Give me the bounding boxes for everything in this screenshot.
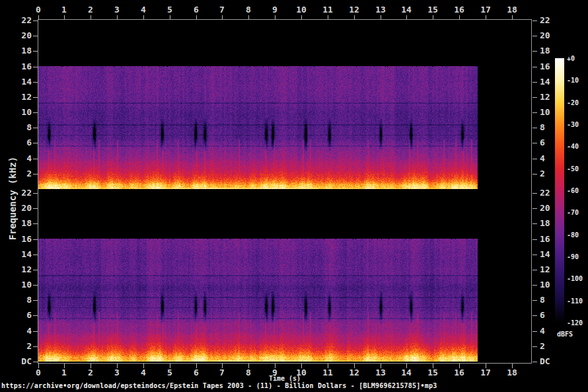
freq-tick: [33, 239, 38, 240]
time-tick-label: 5: [167, 368, 172, 377]
freq-tick: [33, 270, 38, 270]
time-tick-label: 7: [219, 368, 225, 377]
freq-tick-label: 8: [12, 123, 32, 132]
freq-tick-label: 22: [540, 16, 550, 25]
time-tick-label: 16: [454, 5, 464, 15]
freq-tick-label: 2: [12, 342, 32, 351]
dbfs-tick-label: -120: [567, 319, 583, 327]
time-tick: [406, 15, 407, 19]
time-tick: [64, 15, 65, 19]
freq-tick: [533, 331, 537, 332]
time-tick-label: 5: [167, 5, 172, 15]
time-tick: [222, 15, 223, 19]
freq-tick: [33, 223, 38, 224]
time-tick: [196, 15, 197, 19]
freq-tick-label: 12: [540, 93, 550, 102]
freq-tick: [33, 97, 38, 98]
freq-tick: [33, 362, 38, 362]
time-tick-label: 4: [141, 5, 146, 15]
freq-tick: [533, 270, 537, 270]
freq-tick-label: 14: [540, 77, 550, 87]
freq-tick: [533, 362, 537, 362]
time-tick-label: 1: [61, 368, 67, 377]
freq-tick: [533, 97, 537, 98]
freq-tick: [533, 208, 537, 209]
freq-tick-label: 16: [12, 62, 32, 71]
time-tick-label: 17: [480, 5, 491, 15]
freq-tick: [533, 300, 537, 301]
time-tick-label: 12: [349, 5, 359, 15]
time-tick-label: 6: [194, 5, 199, 15]
freq-tick-label: DC: [12, 357, 32, 366]
freq-tick: [33, 255, 38, 255]
time-tick: [354, 15, 355, 19]
dbfs-tick-label: -70: [567, 208, 579, 217]
time-tick: [486, 15, 486, 19]
frequency-axis-title: Frequency (kHz): [7, 157, 18, 240]
freq-tick: [533, 315, 537, 316]
time-tick-label: 12: [349, 368, 359, 377]
time-tick-label: 17: [480, 368, 491, 377]
freq-tick-label: 10: [540, 108, 550, 117]
time-tick: [301, 15, 302, 19]
freq-tick: [33, 51, 38, 52]
freq-tick-label: 18: [12, 46, 32, 56]
freq-tick-label: 12: [540, 265, 550, 274]
freq-tick: [533, 112, 537, 113]
time-tick: [459, 15, 460, 19]
freq-tick-label: 2: [540, 342, 545, 351]
time-tick-label: 14: [401, 5, 412, 15]
time-tick-label: 8: [246, 5, 251, 15]
freq-tick-label: 6: [540, 138, 545, 147]
time-tick: [275, 15, 276, 19]
time-tick: [170, 15, 170, 19]
time-tick-label: 14: [401, 368, 412, 377]
freq-tick-label: 10: [540, 280, 550, 290]
time-tick: [381, 15, 381, 19]
freq-tick: [533, 346, 537, 347]
freq-tick: [533, 193, 537, 194]
time-tick-label: 6: [194, 368, 199, 377]
time-tick-label: 13: [375, 5, 386, 15]
dbfs-tick-label: -20: [567, 98, 579, 107]
freq-tick-label: 8: [540, 123, 545, 132]
time-tick: [512, 15, 513, 19]
time-tick: [143, 15, 144, 19]
freq-tick: [533, 51, 537, 52]
freq-tick: [533, 239, 537, 240]
freq-tick-label: 20: [540, 204, 550, 213]
freq-tick-label: 8: [12, 295, 32, 305]
freq-tick: [533, 67, 537, 67]
dbfs-tick-label: -10: [567, 76, 579, 85]
spectrogram-channel-1: [38, 20, 478, 189]
sox-spectrogram-view: 0123456789101112131415161718 01234567891…: [0, 0, 588, 392]
freq-tick-label: DC: [540, 357, 550, 366]
time-tick-label: 2: [88, 368, 93, 377]
freq-tick-label: 22: [540, 188, 550, 198]
freq-tick-label: 14: [12, 250, 32, 259]
freq-tick-label: 18: [540, 219, 550, 228]
freq-tick: [33, 82, 38, 83]
freq-tick: [33, 346, 38, 347]
freq-tick: [533, 128, 537, 128]
freq-tick-label: 22: [12, 16, 32, 25]
freq-tick: [533, 174, 537, 175]
dbfs-tick-label: -90: [567, 253, 579, 261]
time-tick-label: 0: [36, 5, 41, 15]
freq-tick: [33, 300, 38, 301]
freq-tick-label: 6: [540, 311, 545, 320]
time-tick: [91, 15, 91, 19]
freq-tick: [533, 143, 537, 143]
freq-tick-label: 20: [12, 31, 32, 40]
time-tick-label: 11: [322, 368, 333, 377]
freq-tick: [533, 223, 537, 224]
freq-tick-label: 20: [540, 31, 550, 40]
freq-tick: [33, 112, 38, 113]
dbfs-tick-label: -40: [567, 142, 579, 151]
time-tick-label: 3: [114, 5, 120, 15]
dbfs-tick-label: +0: [567, 54, 575, 63]
time-tick: [433, 15, 433, 19]
freq-tick: [33, 20, 38, 21]
time-tick: [328, 15, 328, 19]
dbfs-tick-label: -60: [567, 186, 579, 195]
